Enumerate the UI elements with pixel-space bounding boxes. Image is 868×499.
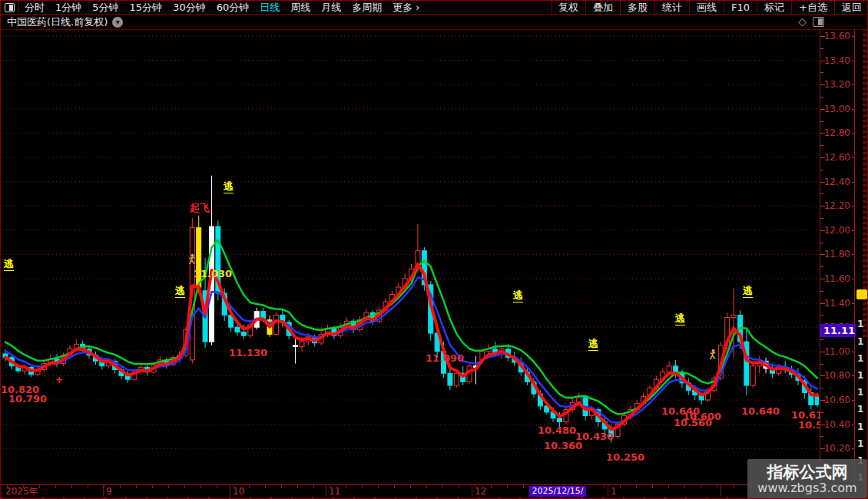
clipped-digit: 1 (857, 422, 863, 431)
period-tab-分时[interactable]: 分时 (19, 1, 50, 15)
price-axis: 13.6013.4013.2013.0012.8012.6012.4012.20… (820, 30, 855, 484)
date-tick (378, 485, 379, 488)
period-tab-15分钟[interactable]: 15分钟 (124, 1, 168, 15)
tool-画线[interactable]: 画线 (689, 1, 724, 15)
price-axis-label: 13.20 (824, 80, 850, 89)
price-right-tick (852, 254, 854, 255)
month-separator (608, 485, 608, 497)
price-axis-label: 12.60 (824, 153, 850, 162)
price-right-tick (852, 61, 854, 61)
candle-body (300, 342, 304, 346)
date-tick (523, 485, 524, 488)
price-axis-label: 11.80 (824, 250, 850, 259)
price-major-tick (820, 84, 825, 85)
date-tick (459, 485, 459, 488)
price-right-tick (852, 133, 854, 134)
date-tick (717, 485, 717, 488)
crosshair-date-badge: 2025/12/15/一 (529, 486, 586, 497)
tool-叠加[interactable]: 叠加 (585, 1, 620, 15)
tool-+自选[interactable]: +自选 (791, 1, 834, 15)
date-tick (701, 485, 701, 488)
price-minor-tick (820, 364, 823, 365)
price-right-tick (852, 36, 854, 37)
month-separator (326, 485, 326, 497)
date-tick (120, 485, 121, 488)
strip-yellow-mark (856, 289, 867, 299)
clipped-digit: 1 (857, 405, 863, 414)
line-mid-ma (5, 277, 817, 423)
date-tick (152, 485, 153, 488)
chevron-down-icon[interactable]: ▾ (112, 17, 123, 28)
date-tick (346, 485, 346, 488)
date-tick (297, 485, 298, 488)
price-minor-tick (820, 97, 823, 97)
tool-标记[interactable]: 标记 (757, 1, 791, 15)
period-tab-月线[interactable]: 月线 (316, 1, 346, 15)
price-axis-label: 10.60 (824, 395, 850, 405)
date-tick (620, 485, 621, 488)
price-minor-tick (820, 339, 823, 340)
tools-menu: 复权叠加多股统计画线F10标记+自选返回 (551, 1, 868, 15)
price-right-tick (852, 400, 854, 401)
right-edge-strip: 1111111111 (856, 30, 868, 484)
date-tick (442, 485, 443, 488)
price-minor-tick (820, 412, 823, 413)
layout-toggle-button[interactable] (1, 1, 19, 15)
date-tick (200, 485, 201, 488)
candlestick-chart[interactable] (1, 1, 868, 499)
panel-split-icon[interactable] (813, 17, 824, 27)
date-tick (684, 485, 685, 488)
period-tab-更多 ›[interactable]: 更多 › (387, 1, 425, 15)
tool-复权[interactable]: 复权 (551, 1, 585, 15)
period-tab-周线[interactable]: 周线 (285, 1, 316, 15)
date-tick (233, 485, 234, 488)
price-major-tick (820, 36, 825, 37)
date-tick (136, 485, 137, 488)
date-tick (217, 485, 217, 488)
price-major-tick (820, 375, 825, 376)
date-tick (362, 485, 363, 488)
date-tick (184, 485, 185, 488)
candle-body (241, 332, 246, 336)
price-axis-label: 11.60 (824, 274, 850, 283)
period-tab-30分钟[interactable]: 30分钟 (167, 1, 211, 15)
clipped-digit: 1 (857, 337, 863, 346)
price-right-tick (852, 84, 854, 85)
period-tab-5分钟[interactable]: 5分钟 (87, 1, 124, 15)
candle-body (293, 345, 298, 347)
year-label: 2025年 (5, 487, 38, 496)
candle-body (235, 327, 240, 332)
tool-F10[interactable]: F10 (724, 1, 757, 15)
date-tick (7, 485, 8, 488)
price-axis-label: 13.60 (824, 31, 850, 41)
price-major-tick (820, 61, 825, 61)
price-right-tick (852, 425, 854, 425)
period-toolbar: 分时1分钟5分钟15分钟30分钟60分钟日线周线月线多周期更多 › 复权叠加多股… (1, 1, 868, 15)
month-label-9: 9 (106, 487, 112, 496)
price-axis-label: 12.20 (824, 201, 850, 210)
price-major-tick (820, 254, 825, 255)
period-tab-1分钟[interactable]: 1分钟 (50, 1, 87, 15)
price-axis-label: 13.40 (824, 56, 850, 65)
tool-多股[interactable]: 多股 (620, 1, 654, 15)
price-major-tick (820, 230, 825, 231)
month-label-11: 11 (329, 487, 340, 496)
date-tick (39, 485, 40, 488)
date-tick (668, 485, 669, 488)
candle-body (667, 366, 671, 372)
date-tick (104, 485, 104, 488)
price-minor-tick (820, 436, 823, 437)
period-tab-60分钟[interactable]: 60分钟 (211, 1, 255, 15)
diamond-icon[interactable]: ◇ (798, 15, 807, 28)
date-tick (410, 485, 411, 488)
candle-body (558, 418, 562, 422)
price-major-tick (820, 182, 825, 183)
price-minor-tick (820, 315, 823, 316)
period-tab-日线[interactable]: 日线 (254, 1, 285, 15)
period-tab-多周期[interactable]: 多周期 (346, 1, 387, 15)
tool-返回[interactable]: 返回 (834, 1, 868, 15)
date-tick (330, 485, 330, 488)
tool-统计[interactable]: 统计 (654, 1, 689, 15)
price-major-tick (820, 157, 825, 158)
clipped-digit: 1 (857, 371, 863, 380)
